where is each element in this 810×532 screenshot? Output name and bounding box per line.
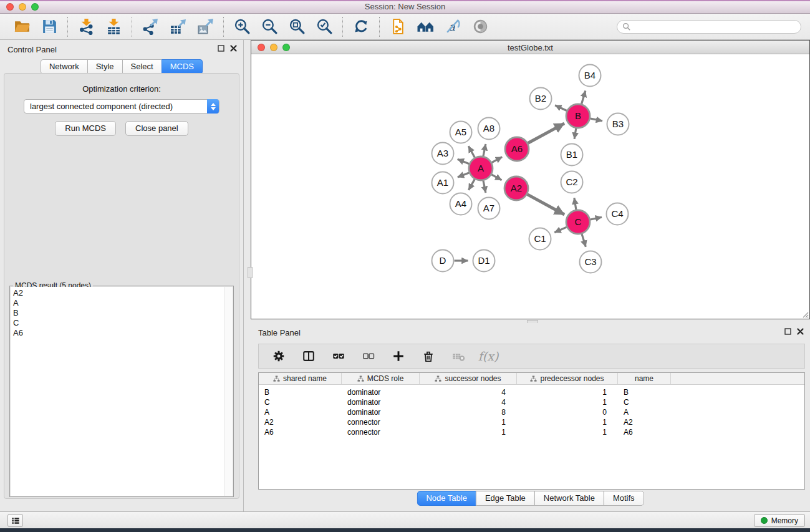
show-panels-button[interactable] bbox=[7, 514, 23, 527]
table-cell[interactable]: C bbox=[618, 398, 671, 407]
graph-node-C4[interactable]: C4 bbox=[607, 203, 629, 225]
graph-edge-A-A7[interactable] bbox=[483, 181, 486, 193]
table-cell[interactable]: A6 bbox=[259, 428, 342, 437]
column-header-name[interactable]: name bbox=[618, 373, 671, 384]
scrollbar[interactable] bbox=[224, 287, 233, 496]
mcds-result-list[interactable]: A2ABCA6 bbox=[11, 287, 233, 496]
network-window-titlebar[interactable]: testGlobe.txt bbox=[251, 41, 809, 54]
show-hidden-button[interactable] bbox=[470, 17, 490, 37]
column-header-successor-nodes[interactable]: successor nodes bbox=[420, 373, 517, 384]
graph-edge-A2-C[interactable] bbox=[528, 195, 565, 215]
table-cell[interactable]: C bbox=[259, 398, 342, 407]
table-row[interactable]: Bdominator41B bbox=[259, 387, 804, 397]
graph-node-C[interactable]: C bbox=[566, 210, 590, 234]
float-panel-icon[interactable] bbox=[784, 328, 791, 335]
graph-edge-A6-B[interactable] bbox=[528, 123, 564, 143]
delete-column-button[interactable] bbox=[421, 349, 436, 364]
tab-style[interactable]: Style bbox=[87, 59, 123, 74]
tab-select[interactable]: Select bbox=[122, 59, 162, 74]
new-network-from-selection-button[interactable] bbox=[388, 17, 408, 37]
graph-node-A8[interactable]: A8 bbox=[478, 118, 500, 140]
deselect-all-button[interactable] bbox=[361, 349, 376, 364]
mcds-result-item[interactable]: A2 bbox=[11, 288, 233, 298]
add-column-button[interactable] bbox=[391, 349, 406, 364]
export-image-button[interactable] bbox=[195, 17, 215, 37]
mcds-result-item[interactable]: C bbox=[11, 318, 233, 328]
table-cell[interactable]: connector bbox=[342, 428, 420, 437]
export-network-button[interactable] bbox=[140, 17, 160, 37]
graph-node-C3[interactable]: C3 bbox=[580, 251, 602, 273]
graph-edge-A-A6[interactable] bbox=[492, 157, 503, 163]
mcds-result-item[interactable]: B bbox=[11, 308, 233, 318]
table-cell[interactable]: 1 bbox=[517, 428, 618, 437]
graph-edge-B-B4[interactable] bbox=[582, 91, 586, 104]
graph-node-C1[interactable]: C1 bbox=[529, 228, 551, 250]
graph-node-B3[interactable]: B3 bbox=[607, 114, 629, 135]
graph-node-B[interactable]: B bbox=[566, 104, 590, 128]
close-panel-icon[interactable] bbox=[230, 45, 237, 52]
zoom-out-button[interactable] bbox=[259, 17, 279, 37]
graph-node-A1[interactable]: A1 bbox=[432, 172, 454, 194]
graph-node-D[interactable]: D bbox=[432, 250, 454, 272]
graph-node-A4[interactable]: A4 bbox=[450, 193, 472, 215]
graph-edge-B-B2[interactable] bbox=[555, 105, 567, 111]
table-cell[interactable]: 0 bbox=[517, 408, 618, 417]
graph-edge-A-A3[interactable] bbox=[458, 159, 470, 163]
run-mcds-button[interactable]: Run MCDS bbox=[55, 121, 116, 136]
refresh-view-button[interactable] bbox=[351, 17, 371, 37]
table-cell[interactable]: 4 bbox=[420, 388, 517, 397]
mcds-result-item[interactable]: A bbox=[11, 298, 233, 308]
tab-motifs[interactable]: Motifs bbox=[604, 491, 644, 506]
mcds-result-item[interactable]: A6 bbox=[11, 328, 233, 338]
table-cell[interactable]: dominator bbox=[342, 408, 420, 417]
table-cell[interactable]: A bbox=[259, 408, 342, 417]
graph-edge-B-B1[interactable] bbox=[574, 128, 576, 139]
table-cell[interactable]: dominator bbox=[342, 398, 420, 407]
tab-network[interactable]: Network bbox=[41, 59, 88, 74]
graph-edge-A-A1[interactable] bbox=[458, 173, 469, 177]
dropdown-stepper-icon[interactable] bbox=[207, 99, 219, 114]
graph-node-B4[interactable]: B4 bbox=[579, 65, 601, 87]
column-header-predecessor-nodes[interactable]: predecessor nodes bbox=[517, 373, 618, 384]
import-table-button[interactable] bbox=[104, 17, 123, 37]
float-panel-icon[interactable] bbox=[218, 45, 224, 52]
table-row[interactable]: A2connector11A2 bbox=[259, 417, 804, 427]
graph-node-A[interactable]: A bbox=[469, 157, 493, 180]
toggle-labels-button[interactable]: a bbox=[443, 17, 463, 37]
table-row[interactable]: Cdominator41C bbox=[259, 397, 804, 407]
optimization-criterion-dropdown[interactable]: largest connected component (directed) bbox=[24, 99, 219, 114]
graph-edge-A-A5[interactable] bbox=[468, 146, 475, 157]
table-cell[interactable]: 1 bbox=[517, 398, 618, 407]
table-cell[interactable]: 4 bbox=[420, 398, 517, 407]
graph-node-B2[interactable]: B2 bbox=[530, 88, 552, 110]
graph-node-A2[interactable]: A2 bbox=[504, 177, 528, 200]
table-cell[interactable]: A bbox=[618, 408, 671, 417]
table-cell[interactable]: 1 bbox=[517, 418, 618, 427]
table-cell[interactable]: A6 bbox=[618, 428, 671, 437]
graph-edge-C-C1[interactable] bbox=[554, 227, 566, 233]
graph-node-A7[interactable]: A7 bbox=[478, 198, 500, 220]
open-session-button[interactable] bbox=[12, 17, 32, 37]
graph-edge-C-C4[interactable] bbox=[591, 217, 602, 220]
table-cell[interactable]: 1 bbox=[517, 388, 618, 397]
zoom-in-button[interactable] bbox=[232, 17, 252, 37]
close-panel-icon[interactable] bbox=[797, 328, 804, 335]
graph-node-C2[interactable]: C2 bbox=[561, 172, 583, 193]
graph-edge-B-B3[interactable] bbox=[591, 118, 602, 121]
zoom-selected-button[interactable] bbox=[314, 17, 334, 37]
export-table-button[interactable] bbox=[168, 17, 188, 37]
graph-node-A6[interactable]: A6 bbox=[505, 137, 529, 161]
save-session-button[interactable] bbox=[39, 17, 59, 37]
search-box[interactable] bbox=[617, 20, 801, 34]
tab-mcds[interactable]: MCDS bbox=[162, 59, 203, 74]
memory-button[interactable]: Memory bbox=[754, 514, 805, 527]
graph-node-B1[interactable]: B1 bbox=[561, 144, 583, 166]
graph-edge-A-A4[interactable] bbox=[469, 179, 475, 190]
graph-node-D1[interactable]: D1 bbox=[473, 250, 495, 272]
network-graph-canvas[interactable]: B4B2BB3A5A8A6B1A3AA1C2A2A4A7C4CC1C3DD1 bbox=[251, 55, 809, 319]
column-header-shared-name[interactable]: shared name bbox=[259, 373, 342, 384]
open-home-button[interactable] bbox=[415, 17, 435, 37]
graph-edge-C-C3[interactable] bbox=[582, 234, 586, 247]
table-cell[interactable]: B bbox=[618, 388, 671, 397]
table-cell[interactable]: dominator bbox=[342, 388, 420, 397]
